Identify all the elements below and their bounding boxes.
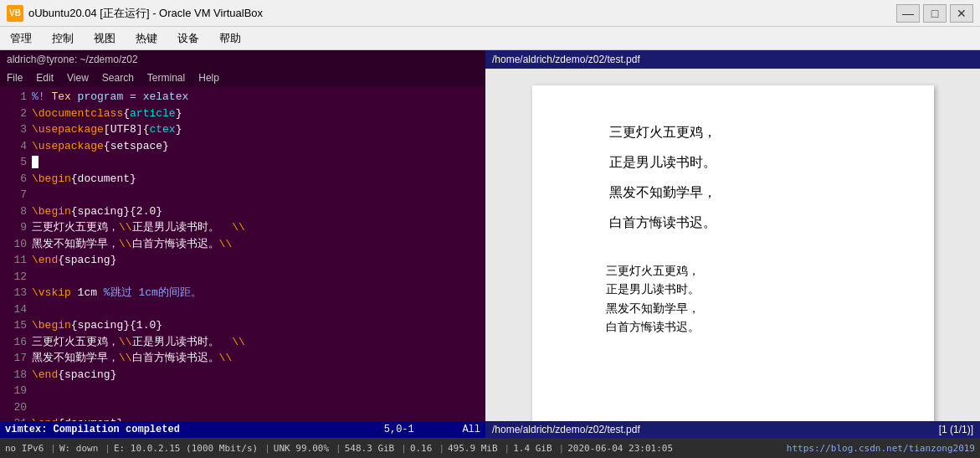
vim-line-2: 2 \documentclass{article} xyxy=(0,105,485,122)
left-panel: aldrich@tyrone: ~/zdemo/z02 File Edit Vi… xyxy=(0,50,485,438)
pdf-line-2-1: 三更灯火五更鸡， xyxy=(582,261,884,280)
pdf-section-1: 三更灯火五更鸡， 正是男儿读书时。 黑发不知勤学早， 白首方悔读书迟。 xyxy=(582,119,884,236)
vbox-menu-hotkey[interactable]: 热键 xyxy=(132,29,161,48)
status-swap: 1.4 GiB xyxy=(513,443,552,454)
vim-line-7: 7 xyxy=(0,187,485,203)
status-datetime: 2020-06-04 23:01:05 xyxy=(567,443,673,454)
pdf-line-1-1: 三更灯火五更鸡， xyxy=(582,119,884,146)
terminal-menu-help[interactable]: Help xyxy=(198,72,219,84)
bottom-statusbar: no IPv6 | W: down | E: 10.0.2.15 (1000 M… xyxy=(0,438,980,458)
vim-line-3: 3 \usepackage[UTF8]{ctex} xyxy=(0,121,485,138)
status-url: https://blog.csdn.net/tianzong2019 xyxy=(787,443,975,454)
pdf-content: 三更灯火五更鸡， 正是男儿读书时。 黑发不知勤学早， 白首方悔读书迟。 三更灯火… xyxy=(485,69,980,421)
vim-line-19: 19 xyxy=(0,383,485,399)
vim-line-13: 13 \vskip 1cm %跳过 1cm的间距。 xyxy=(0,285,485,301)
terminal-menu-terminal[interactable]: Terminal xyxy=(147,72,185,84)
vim-line-20: 20 xyxy=(0,399,485,416)
terminal-title: aldrich@tyrone: ~/zdemo/z02 xyxy=(7,54,138,65)
vim-line-21: 21 \end{document} xyxy=(0,415,485,421)
maximize-button[interactable]: □ xyxy=(923,4,947,23)
vbox-menu-device[interactable]: 设备 xyxy=(174,29,203,48)
status-mem: 495.9 MiB xyxy=(448,443,498,454)
terminal-menu-view[interactable]: View xyxy=(67,72,89,84)
title-bar: VB oUbuntu20.04 [正在运行] - Oracle VM Virtu… xyxy=(0,0,980,27)
vbox-menu-control[interactable]: 控制 xyxy=(49,29,77,48)
vbox-menu-view[interactable]: 视图 xyxy=(90,29,119,48)
vim-line-1: 1 %! Tex program = xelatex xyxy=(0,89,485,105)
status-ethernet: E: 10.0.2.15 (1000 Mbit/s) xyxy=(114,443,258,454)
pdf-line-1-2: 正是男儿读书时。 xyxy=(582,149,884,176)
status-disk: 548.3 GiB xyxy=(345,443,395,454)
vim-status-message: vimtex: Compilation completed xyxy=(5,424,180,435)
terminal-menu-file[interactable]: File xyxy=(7,72,23,84)
status-unk: UNK 99.00% xyxy=(274,443,329,454)
vim-line-4: 4 \usepackage{setspace} xyxy=(0,138,485,155)
app-icon: VB xyxy=(7,5,23,22)
terminal-title-bar: aldrich@tyrone: ~/zdemo/z02 xyxy=(0,50,485,69)
vim-line-18: 18 \end{spacing} xyxy=(0,367,485,383)
vim-line-16: 16 三更灯火五更鸡，\\正是男儿读书时。 \\ xyxy=(0,334,485,351)
vim-status-position: 5,0-1 All xyxy=(384,424,480,435)
vim-line-5: 5 xyxy=(0,154,485,171)
terminal-menu-search[interactable]: Search xyxy=(102,72,134,84)
right-panel: /home/aldrich/zdemo/z02/test.pdf 三更灯火五更鸡… xyxy=(485,50,980,438)
status-load: 0.16 xyxy=(410,443,433,454)
minimize-button[interactable]: — xyxy=(896,4,920,23)
vim-line-17: 17 黑发不知勤学早，\\白首方悔读书迟。\\ xyxy=(0,350,485,367)
terminal-menu-edit[interactable]: Edit xyxy=(36,72,54,84)
vbox-menu-help[interactable]: 帮助 xyxy=(216,29,244,48)
vbox-menu-manage[interactable]: 管理 xyxy=(7,29,35,48)
vim-line-11: 11 \end{spacing} xyxy=(0,252,485,269)
vim-line-15: 15 \begin{spacing}{1.0} xyxy=(0,317,485,334)
pdf-path: /home/aldrich/zdemo/z02/test.pdf xyxy=(492,54,640,65)
pdf-line-1-3: 黑发不知勤学早， xyxy=(582,179,884,206)
vim-line-10: 10 黑发不知勤学早，\\白首方悔读书迟。\\ xyxy=(0,236,485,253)
vim-line-14: 14 xyxy=(0,301,485,318)
pdf-section-2: 三更灯火五更鸡， 正是男儿读书时。 黑发不知勤学早， 白首方悔读书迟。 xyxy=(582,261,884,337)
pdf-line-2-2: 正是男儿读书时。 xyxy=(582,280,884,298)
vbox-menubar: 管理 控制 视图 热键 设备 帮助 xyxy=(0,27,980,50)
pdf-status-page: [1 (1/1)] xyxy=(939,424,973,435)
window-title: oUbuntu20.04 [正在运行] - Oracle VM VirtualB… xyxy=(28,6,896,21)
vim-line-6: 6 \begin{document} xyxy=(0,171,485,188)
pdf-line-1-4: 白首方悔读书迟。 xyxy=(582,209,884,236)
pdf-title-bar: /home/aldrich/zdemo/z02/test.pdf xyxy=(485,50,980,69)
pdf-statusbar: /home/aldrich/zdemo/z02/test.pdf [1 (1/1… xyxy=(485,421,980,438)
pdf-line-2-3: 黑发不知勤学早， xyxy=(582,299,884,317)
pdf-page: 三更灯火五更鸡， 正是男儿读书时。 黑发不知勤学早， 白首方悔读书迟。 三更灯火… xyxy=(532,85,934,421)
pdf-status-path: /home/aldrich/zdemo/z02/test.pdf xyxy=(492,424,640,435)
status-wlan: W: down xyxy=(59,443,98,454)
status-network: no IPv6 xyxy=(5,443,44,454)
main-content: aldrich@tyrone: ~/zdemo/z02 File Edit Vi… xyxy=(0,50,980,438)
vim-line-12: 12 xyxy=(0,269,485,286)
close-button[interactable]: ✕ xyxy=(950,4,973,23)
vim-line-9: 9 三更灯火五更鸡，\\正是男儿读书时。 \\ xyxy=(0,219,485,236)
terminal-menubar: File Edit View Search Terminal Help xyxy=(0,69,485,87)
pdf-line-2-4: 白首方悔读书迟。 xyxy=(582,317,884,336)
window-controls: — □ ✕ xyxy=(896,4,973,23)
vim-editor[interactable]: 1 %! Tex program = xelatex 2 \documentcl… xyxy=(0,87,485,421)
vim-statusbar: vimtex: Compilation completed 5,0-1 All xyxy=(0,421,485,438)
vim-line-8: 8 \begin{spacing}{2.0} xyxy=(0,203,485,220)
